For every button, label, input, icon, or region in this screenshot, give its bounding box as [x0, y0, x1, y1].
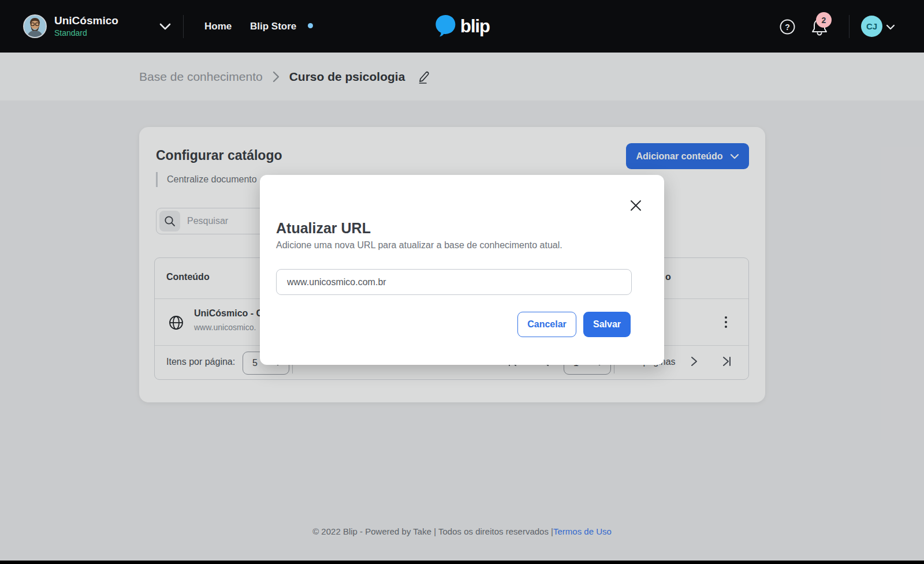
- user-menu-chevron-icon[interactable]: [886, 22, 895, 32]
- help-icon: ?: [780, 19, 795, 35]
- bottom-window-edge: [0, 561, 924, 564]
- help-button[interactable]: ?: [780, 19, 795, 37]
- blip-logo-text: blip: [460, 16, 490, 37]
- update-url-modal: Atualizar URL Adicione uma nova URL para…: [260, 175, 664, 365]
- org-avatar-illustration: [24, 16, 46, 37]
- blip-logo: blip: [434, 0, 490, 53]
- org-switcher-chevron-icon[interactable]: [159, 22, 171, 32]
- url-input[interactable]: [276, 269, 632, 295]
- close-icon: [629, 199, 642, 212]
- nav-blip-store[interactable]: Blip Store: [250, 0, 296, 53]
- modal-title: Atualizar URL: [276, 220, 371, 237]
- org-name: UniCósmico: [54, 14, 118, 28]
- blip-store-notification-dot: [308, 23, 313, 28]
- application-window: UniCósmico Standard Home Blip Store blip…: [0, 0, 924, 564]
- topbar: UniCósmico Standard Home Blip Store blip…: [0, 0, 924, 53]
- user-avatar[interactable]: CJ: [861, 16, 882, 37]
- org-block: UniCósmico Standard: [54, 14, 118, 38]
- topbar-divider-2: [849, 15, 850, 38]
- org-avatar[interactable]: [23, 14, 47, 38]
- topbar-divider: [183, 15, 184, 38]
- nav-home[interactable]: Home: [204, 0, 232, 53]
- modal-description: Adicione uma nova URL para atualizar a b…: [276, 240, 562, 251]
- save-button[interactable]: Salvar: [583, 312, 631, 337]
- notification-badge[interactable]: 2: [816, 12, 832, 28]
- svg-text:?: ?: [785, 23, 790, 32]
- org-plan-badge: Standard: [54, 28, 118, 38]
- modal-close-button[interactable]: [628, 198, 643, 213]
- cancel-button[interactable]: Cancelar: [517, 312, 576, 337]
- blip-balloon-icon: [434, 14, 456, 39]
- modal-actions: Cancelar Salvar: [517, 312, 631, 337]
